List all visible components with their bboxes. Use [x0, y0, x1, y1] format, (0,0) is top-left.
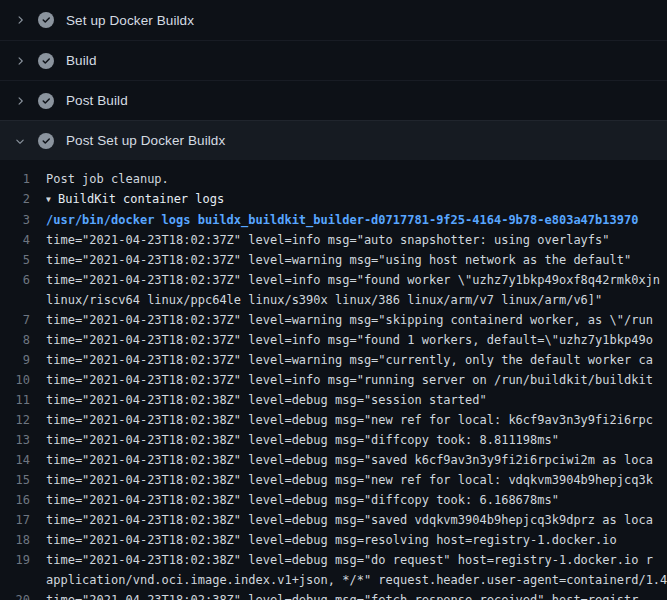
- log-line: 19time="2021-04-23T18:02:38Z" level=debu…: [0, 550, 667, 570]
- section-title: Set up Docker Buildx: [66, 13, 194, 28]
- log-line-text: time="2021-04-23T18:02:37Z" level=info m…: [46, 370, 667, 390]
- log-line: 9time="2021-04-23T18:02:37Z" level=warni…: [0, 350, 667, 370]
- log-line-text: linux/riscv64 linux/ppc64le linux/s390x …: [46, 290, 667, 310]
- log-line: 14time="2021-04-23T18:02:38Z" level=debu…: [0, 450, 667, 470]
- log-line-text: time="2021-04-23T18:02:38Z" level=debug …: [46, 530, 667, 550]
- log-line-number[interactable]: 3: [0, 210, 46, 230]
- log-line-number[interactable]: 9: [0, 350, 46, 370]
- log-line-text: time="2021-04-23T18:02:38Z" level=debug …: [46, 590, 667, 600]
- log-line: 5time="2021-04-23T18:02:37Z" level=warni…: [0, 250, 667, 270]
- chevron-right-icon: [14, 55, 26, 67]
- log-line-number[interactable]: 8: [0, 330, 46, 350]
- check-circle-icon: [38, 133, 54, 149]
- section-header-set-up-docker-buildx[interactable]: Set up Docker Buildx: [0, 0, 667, 40]
- log-line: 18time="2021-04-23T18:02:38Z" level=debu…: [0, 530, 667, 550]
- log-line-number[interactable]: 6: [0, 270, 46, 290]
- log-line-text: time="2021-04-23T18:02:38Z" level=debug …: [46, 390, 667, 410]
- check-circle-icon: [38, 12, 54, 28]
- log-line: linux/riscv64 linux/ppc64le linux/s390x …: [0, 290, 667, 310]
- log-line-number[interactable]: 13: [0, 430, 46, 450]
- log-line-number[interactable]: 7: [0, 310, 46, 330]
- log-line-number[interactable]: 18: [0, 530, 46, 550]
- chevron-right-icon: [14, 14, 26, 26]
- log-line-text: time="2021-04-23T18:02:37Z" level=info m…: [46, 330, 667, 350]
- log-line-text: time="2021-04-23T18:02:38Z" level=debug …: [46, 510, 667, 530]
- log-line-number[interactable]: 2: [0, 189, 46, 210]
- log-line-number[interactable]: 5: [0, 250, 46, 270]
- log-line-text: time="2021-04-23T18:02:38Z" level=debug …: [46, 430, 667, 450]
- log-line-text: time="2021-04-23T18:02:37Z" level=warnin…: [46, 250, 667, 270]
- chevron-right-icon: [14, 95, 26, 107]
- section-title: Build: [66, 53, 97, 68]
- log-line-text: time="2021-04-23T18:02:37Z" level=warnin…: [46, 350, 667, 370]
- log-line: 17time="2021-04-23T18:02:38Z" level=debu…: [0, 510, 667, 530]
- log-line-number[interactable]: 4: [0, 230, 46, 250]
- chevron-down-icon: [14, 135, 26, 147]
- log-line: 13time="2021-04-23T18:02:38Z" level=debu…: [0, 430, 667, 450]
- log-line-number[interactable]: 10: [0, 370, 46, 390]
- log-command-text: /usr/bin/docker logs buildx_buildkit_bui…: [46, 210, 667, 230]
- log-line-number[interactable]: 11: [0, 390, 46, 410]
- log-line-text: application/vnd.oci.image.index.v1+json,…: [46, 570, 667, 590]
- log-line-number: [0, 290, 46, 310]
- log-line-text: time="2021-04-23T18:02:38Z" level=debug …: [46, 450, 667, 470]
- section-title: Post Set up Docker Buildx: [66, 133, 225, 148]
- log-line: 4time="2021-04-23T18:02:37Z" level=info …: [0, 230, 667, 250]
- log-line-number[interactable]: 12: [0, 410, 46, 430]
- log-line-text: time="2021-04-23T18:02:38Z" level=debug …: [46, 490, 667, 510]
- log-line-number[interactable]: 17: [0, 510, 46, 530]
- log-line: 1Post job cleanup.: [0, 169, 667, 189]
- log-line: 6time="2021-04-23T18:02:37Z" level=info …: [0, 270, 667, 290]
- log-line-text: Post job cleanup.: [46, 169, 667, 189]
- log-line: 7time="2021-04-23T18:02:37Z" level=warni…: [0, 310, 667, 330]
- log-line: 20time="2021-04-23T18:02:38Z" level=debu…: [0, 590, 667, 600]
- section-header-build[interactable]: Build: [0, 40, 667, 80]
- log-line-number[interactable]: 1: [0, 169, 46, 189]
- check-circle-icon: [38, 53, 54, 69]
- log-line-number[interactable]: 14: [0, 450, 46, 470]
- triangle-down-icon: ▼: [46, 195, 51, 204]
- log-line-text: time="2021-04-23T18:02:38Z" level=debug …: [46, 470, 667, 490]
- log-line: 2▼ BuildKit container logs: [0, 189, 667, 210]
- log-line-number[interactable]: 15: [0, 470, 46, 490]
- log-line-number[interactable]: 16: [0, 490, 46, 510]
- log-line-text: time="2021-04-23T18:02:38Z" level=debug …: [46, 410, 667, 430]
- log-line: 11time="2021-04-23T18:02:38Z" level=debu…: [0, 390, 667, 410]
- log-container: 1Post job cleanup.2▼ BuildKit container …: [0, 160, 667, 600]
- log-line-number[interactable]: 20: [0, 590, 46, 600]
- log-line-text: time="2021-04-23T18:02:37Z" level=warnin…: [46, 310, 667, 330]
- section-header-post-set-up-docker-buildx[interactable]: Post Set up Docker Buildx: [0, 120, 667, 160]
- workflow-log-viewer: Set up Docker BuildxBuildPost BuildPost …: [0, 0, 667, 600]
- log-line: 12time="2021-04-23T18:02:38Z" level=debu…: [0, 410, 667, 430]
- log-line-text: time="2021-04-23T18:02:37Z" level=info m…: [46, 270, 667, 290]
- check-circle-icon: [38, 93, 54, 109]
- log-line-text: time="2021-04-23T18:02:38Z" level=debug …: [46, 550, 667, 570]
- log-line-number[interactable]: 19: [0, 550, 46, 570]
- log-line-text: time="2021-04-23T18:02:37Z" level=info m…: [46, 230, 667, 250]
- log-line: application/vnd.oci.image.index.v1+json,…: [0, 570, 667, 590]
- log-line: 8time="2021-04-23T18:02:37Z" level=info …: [0, 330, 667, 350]
- section-title: Post Build: [66, 93, 128, 108]
- log-line-number: [0, 570, 46, 590]
- log-line: 3/usr/bin/docker logs buildx_buildkit_bu…: [0, 210, 667, 230]
- section-header-post-build[interactable]: Post Build: [0, 80, 667, 120]
- log-line: 10time="2021-04-23T18:02:37Z" level=info…: [0, 370, 667, 390]
- log-line: 16time="2021-04-23T18:02:38Z" level=debu…: [0, 490, 667, 510]
- log-group-label[interactable]: ▼ BuildKit container logs: [46, 189, 667, 210]
- log-line: 15time="2021-04-23T18:02:38Z" level=debu…: [0, 470, 667, 490]
